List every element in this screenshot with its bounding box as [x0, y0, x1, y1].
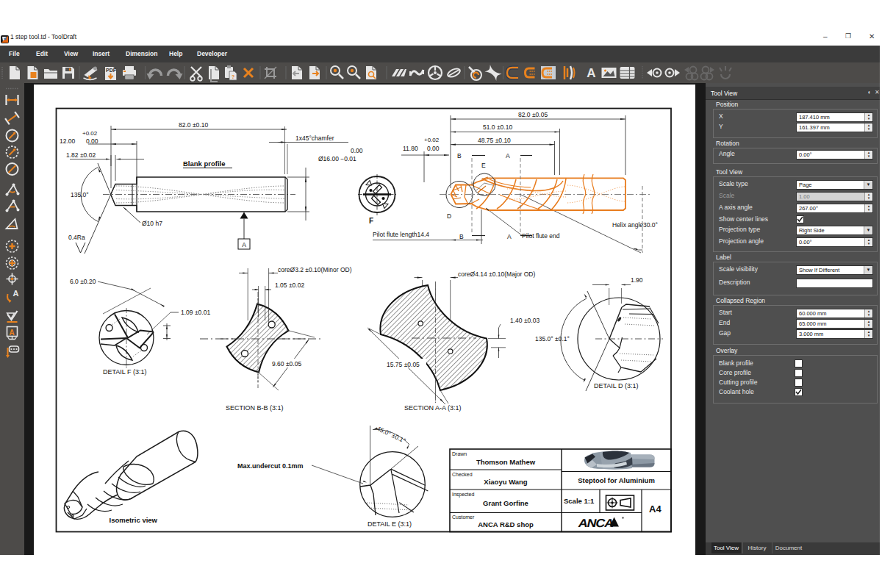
- svg-text:+0.02: +0.02: [424, 137, 440, 143]
- svg-text:Thomson Mathew: Thomson Mathew: [476, 458, 536, 466]
- svg-text:Blank profile: Blank profile: [183, 159, 226, 168]
- svg-text:Customer: Customer: [452, 514, 475, 520]
- svg-text:ANCA R&D shop: ANCA R&D shop: [478, 520, 534, 528]
- svg-text:Xiaoyu Wang: Xiaoyu Wang: [484, 478, 527, 486]
- svg-text:Scale 1:1: Scale 1:1: [564, 497, 595, 505]
- svg-text:Pilot flute end: Pilot flute end: [522, 232, 560, 240]
- svg-text:F: F: [369, 217, 373, 225]
- svg-text:coreØ4.14 ±0.10(Major OD): coreØ4.14 ±0.10(Major OD): [458, 270, 535, 278]
- svg-text:12.00: 12.00: [60, 137, 76, 145]
- svg-text:PDF: PDF: [106, 68, 117, 73]
- svg-text:1.82 ±0.02: 1.82 ±0.02: [66, 151, 96, 159]
- svg-text:A: A: [242, 241, 246, 248]
- svg-text:135.0°: 135.0°: [71, 191, 89, 198]
- svg-text:Pilot flute length14.4: Pilot flute length14.4: [373, 231, 429, 238]
- svg-text:82.0 ±0.05: 82.0 ±0.05: [518, 111, 548, 118]
- svg-text:A: A: [13, 289, 19, 298]
- svg-text:1.09 ±0.01: 1.09 ±0.01: [181, 309, 210, 316]
- svg-text:1x45°chamfer: 1x45°chamfer: [295, 135, 334, 142]
- svg-text:A: A: [10, 329, 15, 337]
- svg-text:Ø16.00 −0.01: Ø16.00 −0.01: [318, 155, 356, 162]
- svg-text:DETAIL E (3:1): DETAIL E (3:1): [368, 520, 412, 528]
- svg-text:Drawn: Drawn: [452, 451, 467, 456]
- svg-text:15.75 ±0.05: 15.75 ±0.05: [387, 361, 420, 368]
- svg-text:B: B: [457, 152, 462, 159]
- svg-text:0.4Ra: 0.4Ra: [68, 234, 85, 241]
- svg-text:A: A: [507, 233, 512, 240]
- svg-text:DETAIL D (3:1): DETAIL D (3:1): [594, 382, 639, 390]
- svg-text:ANCA: ANCA: [577, 517, 615, 530]
- svg-text:A: A: [587, 66, 595, 80]
- svg-text:B: B: [459, 233, 464, 240]
- svg-text:DETAIL F (3:1): DETAIL F (3:1): [103, 368, 147, 376]
- svg-text:A4: A4: [649, 503, 662, 514]
- svg-text:1.90: 1.90: [631, 276, 643, 284]
- svg-text:Isometric view: Isometric view: [110, 516, 158, 524]
- svg-text:+0.02: +0.02: [82, 130, 98, 137]
- svg-text:Max.undercut 0.1mm: Max.undercut 0.1mm: [237, 462, 304, 470]
- svg-text:Steptool for Aluminium: Steptool for Aluminium: [578, 476, 655, 484]
- svg-text:1.40 ±0.03: 1.40 ±0.03: [510, 317, 539, 324]
- svg-text:?: ?: [232, 74, 234, 79]
- svg-text:Inspected: Inspected: [452, 492, 474, 498]
- svg-text:A: A: [506, 152, 510, 159]
- svg-text:51.0 ±0.10: 51.0 ±0.10: [483, 123, 512, 131]
- svg-text:11.80: 11.80: [403, 145, 418, 152]
- svg-text:Helix angle30.0°: Helix angle30.0°: [612, 221, 658, 229]
- svg-text:Checked: Checked: [452, 472, 473, 477]
- svg-text:135.0° ±0.1°: 135.0° ±0.1°: [535, 335, 570, 343]
- svg-text:SECTION A-A (3:1): SECTION A-A (3:1): [404, 404, 462, 412]
- svg-text:coreØ3.2 ±0.10(Minor OD): coreØ3.2 ±0.10(Minor OD): [278, 266, 352, 273]
- svg-text:Grant Gorfine: Grant Gorfine: [483, 499, 528, 507]
- svg-text:0.00: 0.00: [86, 137, 98, 145]
- svg-text:D: D: [447, 212, 451, 220]
- svg-text:Ø10 h7: Ø10 h7: [142, 220, 162, 227]
- svg-text:SECTION B-B (3:1): SECTION B-B (3:1): [226, 404, 284, 412]
- svg-text:82.0 ±0.10: 82.0 ±0.10: [179, 121, 208, 129]
- svg-text:6.0 ±0.20: 6.0 ±0.20: [70, 278, 96, 285]
- svg-text:0.00: 0.00: [351, 147, 363, 154]
- svg-text:E: E: [481, 162, 486, 169]
- svg-text:48.75 ±0.10: 48.75 ±0.10: [478, 137, 511, 144]
- svg-text:45.0° ±0.1°: 45.0° ±0.1°: [376, 425, 406, 445]
- svg-text:9.60 ±0.05: 9.60 ±0.05: [272, 360, 301, 368]
- svg-text:0.00: 0.00: [427, 145, 440, 152]
- svg-text:1.05 ±0.02: 1.05 ±0.02: [275, 282, 304, 289]
